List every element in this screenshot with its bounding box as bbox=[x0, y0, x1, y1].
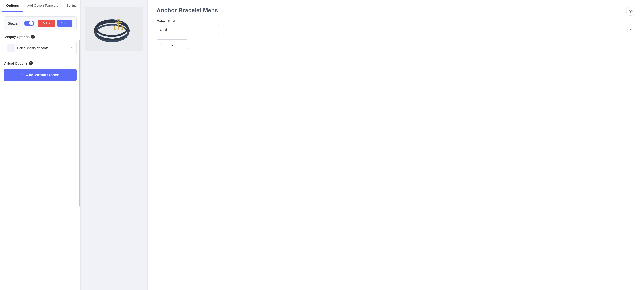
right-panel: Anchor Bracelet Mens Color Gold Gold Sil… bbox=[80, 0, 644, 290]
color-option-item: Color(Shopify Variants) bbox=[4, 41, 76, 55]
virtual-options-section: Virtual Options ? + Add Virtual Option bbox=[4, 61, 77, 81]
add-virtual-option-button[interactable]: + Add Virtual Option bbox=[4, 69, 77, 81]
product-image bbox=[85, 7, 143, 51]
svg-rect-2 bbox=[9, 48, 11, 50]
delete-button[interactable]: Delete bbox=[38, 20, 55, 27]
panel-content: Status: Delete Save Shopify Options ? bbox=[0, 12, 80, 290]
app-layout: Options Add Option Template Setting Stat… bbox=[0, 0, 644, 290]
color-select-wrapper: Gold Silver Black ▼ bbox=[156, 25, 635, 34]
shopify-options-help-icon[interactable]: ? bbox=[31, 35, 35, 39]
product-info-section: Anchor Bracelet Mens Color Gold Gold Sil… bbox=[148, 0, 644, 290]
product-header: Anchor Bracelet Mens bbox=[156, 7, 635, 16]
svg-point-13 bbox=[630, 11, 631, 12]
preview-eye-button[interactable] bbox=[626, 7, 635, 16]
preview-image-section bbox=[80, 0, 148, 290]
tab-bar: Options Add Option Template Setting bbox=[0, 0, 80, 12]
quantity-decrease-button[interactable]: − bbox=[157, 39, 166, 49]
tab-add-option-template[interactable]: Add Option Template bbox=[23, 0, 62, 12]
quantity-increase-button[interactable]: + bbox=[178, 39, 188, 49]
scroll-divider bbox=[80, 40, 80, 207]
svg-rect-0 bbox=[9, 46, 11, 48]
tab-options[interactable]: Options bbox=[2, 0, 23, 12]
left-panel: Options Add Option Template Setting Stat… bbox=[0, 0, 80, 290]
shopify-options-title: Shopify Options ? bbox=[4, 35, 77, 39]
svg-rect-1 bbox=[11, 46, 13, 48]
color-label: Color bbox=[156, 19, 165, 23]
color-select[interactable]: Gold Silver Black bbox=[156, 25, 219, 34]
virtual-options-title: Virtual Options ? bbox=[4, 61, 77, 65]
status-toggle[interactable] bbox=[24, 20, 34, 26]
color-selected-value: Gold bbox=[168, 19, 175, 23]
option-item-icon bbox=[8, 44, 14, 52]
quantity-row: − 1 + bbox=[156, 39, 188, 49]
color-row: Color Gold bbox=[156, 19, 635, 23]
status-actions: Delete Save bbox=[24, 20, 72, 27]
plus-icon: + bbox=[21, 72, 24, 77]
select-arrow-icon: ▼ bbox=[629, 28, 632, 31]
tab-setting[interactable]: Setting bbox=[62, 0, 81, 12]
svg-point-10 bbox=[114, 28, 116, 30]
product-title: Anchor Bracelet Mens bbox=[156, 7, 218, 14]
virtual-options-help-icon[interactable]: ? bbox=[29, 61, 33, 65]
save-button[interactable]: Save bbox=[57, 20, 72, 27]
edit-option-button[interactable] bbox=[69, 46, 73, 50]
svg-point-11 bbox=[122, 28, 123, 30]
status-label: Status: bbox=[8, 21, 18, 25]
shopify-options-box: Color(Shopify Variants) bbox=[4, 41, 77, 55]
status-row: Status: Delete Save bbox=[4, 16, 77, 30]
quantity-value: 1 bbox=[166, 40, 178, 48]
color-option-label: Color(Shopify Variants) bbox=[17, 46, 67, 50]
